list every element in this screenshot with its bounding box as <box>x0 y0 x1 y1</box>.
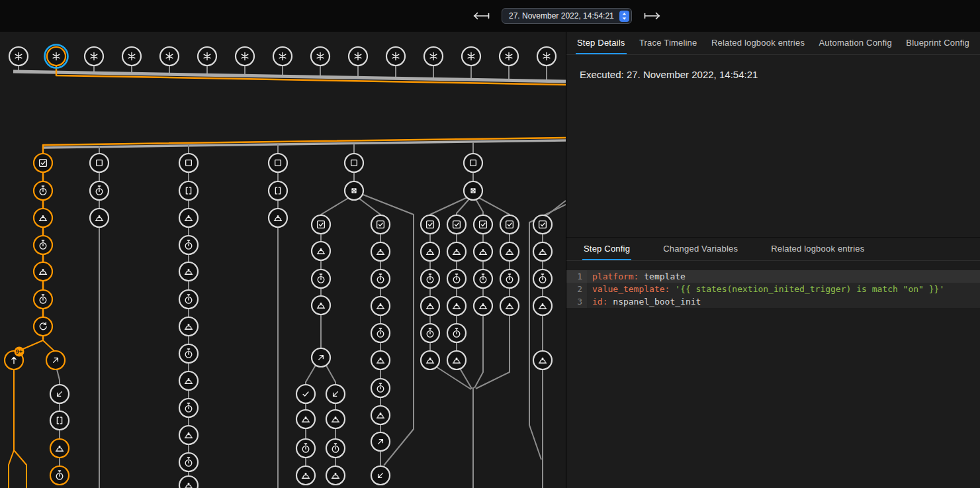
tab-trace-timeline[interactable]: Trace Timeline <box>638 32 699 54</box>
trace-node-service[interactable] <box>371 297 390 315</box>
trace-node-timer[interactable] <box>50 466 69 485</box>
trace-node-service[interactable] <box>421 297 439 315</box>
tab-changed-variables[interactable]: Changed Variables <box>662 238 739 260</box>
tab-blueprint-config[interactable]: Blueprint Config <box>905 32 971 54</box>
automation-trace-graph[interactable]: 9+ <box>0 32 566 488</box>
trace-node-asterisk[interactable] <box>9 47 28 66</box>
trace-node-check[interactable] <box>296 385 315 403</box>
trace-node-asterisk[interactable] <box>386 47 405 66</box>
trace-node-timer[interactable] <box>371 269 390 288</box>
trace-node-service[interactable] <box>296 410 315 428</box>
trace-node-condition[interactable] <box>312 215 330 234</box>
trace-node-brackets[interactable] <box>269 181 287 200</box>
trace-node-service[interactable] <box>421 242 439 261</box>
trace-node-service[interactable] <box>500 297 519 315</box>
trace-node-service[interactable] <box>50 439 69 458</box>
trace-node-timer[interactable] <box>179 290 198 309</box>
trace-node-service[interactable] <box>533 242 552 261</box>
trace-node-timer[interactable] <box>326 439 345 458</box>
trace-node-timer[interactable] <box>179 344 198 363</box>
trace-node-service[interactable] <box>326 410 345 428</box>
trace-node-service[interactable] <box>421 351 439 369</box>
tab-step-details[interactable]: Step Details <box>576 32 627 54</box>
next-run-arrow-icon[interactable] <box>643 11 662 21</box>
trace-node-service[interactable] <box>371 406 390 424</box>
trace-node-service[interactable] <box>34 262 52 281</box>
trace-node-asterisk[interactable] <box>537 47 556 66</box>
trace-node-service[interactable] <box>500 242 519 261</box>
tab-step-config[interactable]: Step Config <box>582 238 631 260</box>
run-datetime-select[interactable]: 27. November 2022, 14:54:21 <box>502 8 632 24</box>
trace-node-timer[interactable] <box>421 269 439 288</box>
trace-node-asterisk[interactable] <box>236 47 254 66</box>
trace-node-asterisk[interactable] <box>160 47 179 66</box>
trace-node-condition[interactable] <box>474 215 492 234</box>
trace-node-condition[interactable] <box>447 215 466 234</box>
previous-run-arrow-icon[interactable] <box>471 11 491 21</box>
trace-node-asterisk[interactable] <box>85 47 103 66</box>
tab-related-logbook-entries[interactable]: Related logbook entries <box>770 238 866 260</box>
trace-node-condition[interactable] <box>533 215 552 234</box>
trace-node-timer[interactable] <box>34 236 52 254</box>
trace-node-brackets[interactable] <box>50 411 69 430</box>
trace-node-timer[interactable] <box>34 181 52 200</box>
trace-node-service[interactable] <box>34 209 52 227</box>
trace-node-service[interactable] <box>90 209 109 227</box>
trace-node-timer[interactable] <box>179 236 198 254</box>
trace-node-service[interactable] <box>474 242 492 261</box>
trace-node-service[interactable] <box>312 242 330 260</box>
trace-node-asterisk[interactable] <box>198 47 216 66</box>
trace-node-condition[interactable] <box>34 154 52 172</box>
trace-node-timer[interactable] <box>179 453 198 471</box>
trace-node-timer[interactable] <box>500 269 519 288</box>
trace-node-service[interactable] <box>179 262 198 281</box>
trace-node-timer[interactable] <box>179 399 198 417</box>
trace-node-square[interactable] <box>90 154 109 172</box>
trace-node-service[interactable] <box>447 351 466 369</box>
trace-node-timer[interactable] <box>533 269 552 288</box>
trace-node-timer[interactable] <box>371 324 390 342</box>
trace-node-condition[interactable] <box>421 215 439 234</box>
trace-node-asterisk[interactable] <box>424 47 443 66</box>
trace-node-asterisk[interactable] <box>122 47 141 66</box>
trace-node-split[interactable] <box>345 181 363 200</box>
trace-node-arrow-sw[interactable] <box>50 385 69 403</box>
trace-node-service[interactable] <box>179 371 198 390</box>
trace-node-condition[interactable] <box>371 215 390 234</box>
trace-node-service[interactable] <box>371 242 390 261</box>
trace-node-square[interactable] <box>269 154 287 172</box>
trace-node-timer[interactable] <box>34 290 52 309</box>
trace-node-brackets[interactable] <box>179 181 198 200</box>
trace-node-service[interactable] <box>533 351 552 369</box>
trace-node-timer[interactable] <box>312 269 330 288</box>
trace-node-square[interactable] <box>464 154 482 172</box>
trace-node-service[interactable] <box>312 296 330 315</box>
trace-node-service[interactable] <box>474 297 492 315</box>
trace-node-service[interactable] <box>179 426 198 444</box>
trace-node-arrow-ne[interactable] <box>371 432 390 451</box>
tab-related-logbook-entries[interactable]: Related logbook entries <box>710 32 806 54</box>
trace-node-arrow-ne[interactable] <box>312 348 330 367</box>
trace-node-service[interactable] <box>447 242 466 261</box>
trace-node-timer[interactable] <box>90 181 109 200</box>
trace-node-asterisk[interactable] <box>462 47 480 66</box>
trace-node-service[interactable] <box>179 209 198 227</box>
trace-node-timer[interactable] <box>447 269 466 288</box>
trace-node-asterisk[interactable] <box>273 47 292 66</box>
trace-node-service[interactable] <box>326 466 345 485</box>
tab-automation-config[interactable]: Automation Config <box>818 32 893 54</box>
trace-node-asterisk[interactable] <box>45 45 68 68</box>
trace-node-condition[interactable] <box>500 215 519 234</box>
trace-node-service[interactable] <box>269 209 287 227</box>
trace-node-repeat[interactable] <box>34 317 52 336</box>
trace-node-asterisk[interactable] <box>349 47 367 66</box>
trace-node-service[interactable] <box>179 317 198 336</box>
trace-node-arrow-sw[interactable] <box>326 385 345 403</box>
trace-node-service[interactable] <box>296 466 315 485</box>
trace-node-asterisk[interactable] <box>500 47 518 66</box>
trace-node-service[interactable] <box>533 297 552 315</box>
trace-node-square[interactable] <box>179 154 198 172</box>
trace-node-timer[interactable] <box>421 324 439 342</box>
trace-node-timer[interactable] <box>474 269 492 288</box>
trace-node-asterisk[interactable] <box>311 47 330 66</box>
